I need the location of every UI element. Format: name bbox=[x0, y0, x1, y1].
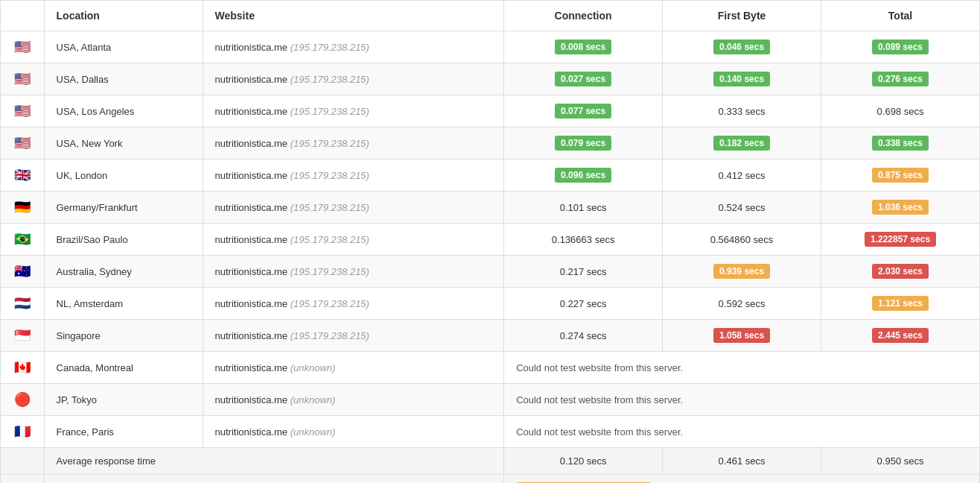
flag-cell: 🇦🇺 bbox=[1, 256, 45, 288]
location-cell: Brazil/Sao Paulo bbox=[44, 224, 203, 256]
website-cell: nutritionistica.me (195.179.238.215) bbox=[203, 288, 504, 320]
total-cell: 0.875 secs bbox=[821, 160, 980, 192]
location-cell: NL, Amsterdam bbox=[44, 288, 203, 320]
website-domain: nutritionistica.me bbox=[215, 394, 290, 405]
col-header-connection: Connection bbox=[504, 1, 663, 31]
flag-cell: 🔴 bbox=[1, 384, 45, 416]
website-ip: (195.179.238.215) bbox=[290, 170, 369, 181]
error-message: Could not test website from this server. bbox=[516, 362, 683, 373]
website-ip: (195.179.238.215) bbox=[290, 330, 369, 341]
location-cell: Germany/Frankfurt bbox=[44, 192, 203, 224]
avg-label-cell: Average response time bbox=[44, 448, 504, 475]
table-row: 🇦🇺Australia, Sydneynutritionistica.me (1… bbox=[1, 256, 980, 288]
total-badge: 2.445 secs bbox=[872, 328, 929, 343]
website-ip: (unknown) bbox=[290, 362, 336, 373]
flag-cell: 🇩🇪 bbox=[1, 192, 45, 224]
firstbyte-cell: 0.564860 secs bbox=[663, 224, 821, 256]
total-badge: 1.036 secs bbox=[872, 200, 929, 215]
flag-cell: 🇺🇸 bbox=[1, 95, 45, 127]
col-header-firstbyte: First Byte bbox=[663, 1, 821, 31]
website-cell: nutritionistica.me (195.179.238.215) bbox=[203, 320, 504, 352]
website-cell: nutritionistica.me (195.179.238.215) bbox=[203, 127, 504, 160]
website-domain: nutritionistica.me bbox=[215, 298, 290, 309]
flag-cell: 🇳🇱 bbox=[1, 288, 45, 320]
total-cell: 0.338 secs bbox=[821, 127, 980, 160]
website-cell: nutritionistica.me (195.179.238.215) bbox=[203, 224, 504, 256]
website-ip: (195.179.238.215) bbox=[290, 106, 369, 117]
total-cell: 0.698 secs bbox=[821, 95, 980, 127]
table-row: 🔴JP, Tokyonutritionistica.me (unknown)Co… bbox=[1, 384, 980, 416]
flag-cell: 🇧🇷 bbox=[1, 224, 45, 256]
firstbyte-cell: 0.140 secs bbox=[663, 63, 821, 95]
total-cell: 1.036 secs bbox=[821, 192, 980, 224]
avg-total-cell: 0.950 secs bbox=[821, 448, 980, 475]
firstbyte-badge: 0.140 secs bbox=[713, 72, 770, 86]
flag-cell: 🇺🇸 bbox=[1, 31, 45, 63]
table-row: 🇺🇸USA, New Yorknutritionistica.me (195.1… bbox=[1, 127, 980, 160]
website-cell: nutritionistica.me (195.179.238.215) bbox=[203, 31, 504, 63]
connection-cell: 0.008 secs bbox=[504, 31, 663, 63]
connection-cell: 0.227 secs bbox=[504, 288, 663, 320]
firstbyte-cell: 0.046 secs bbox=[663, 31, 821, 63]
firstbyte-badge: 0.182 secs bbox=[713, 136, 770, 151]
table-row: 🇫🇷France, Parisnutritionistica.me (unkno… bbox=[1, 416, 980, 448]
grade-badge-cell: PERFORMANCE GRADE: B bbox=[504, 475, 980, 484]
website-domain: nutritionistica.me bbox=[215, 106, 290, 117]
avg-connection-cell: 0.120 secs bbox=[504, 448, 663, 475]
website-cell: nutritionistica.me (195.179.238.215) bbox=[203, 256, 504, 288]
website-domain: nutritionistica.me bbox=[215, 234, 290, 245]
table-row: 🇺🇸USA, Dallasnutritionistica.me (195.179… bbox=[1, 63, 980, 95]
connection-cell: 0.274 secs bbox=[504, 320, 663, 352]
connection-badge: 0.079 secs bbox=[555, 136, 611, 151]
location-cell: Australia, Sydney bbox=[44, 256, 203, 288]
error-message: Could not test website from this server. bbox=[516, 426, 683, 438]
total-cell: 2.445 secs bbox=[821, 320, 980, 352]
flag-cell: 🇫🇷 bbox=[1, 416, 45, 448]
firstbyte-badge: 0.939 secs bbox=[713, 264, 770, 279]
table-row: 🇺🇸USA, Atlantanutritionistica.me (195.17… bbox=[1, 31, 980, 63]
website-cell: nutritionistica.me (unknown) bbox=[203, 384, 504, 416]
total-badge: 2.030 secs bbox=[872, 264, 929, 279]
website-domain: nutritionistica.me bbox=[215, 426, 290, 438]
website-domain: nutritionistica.me bbox=[215, 138, 290, 149]
website-domain: nutritionistica.me bbox=[215, 42, 290, 53]
total-cell: 0.089 secs bbox=[821, 31, 980, 63]
website-ip: (195.179.238.215) bbox=[290, 138, 369, 149]
table-row: 🇬🇧UK, Londonnutritionistica.me (195.179.… bbox=[1, 160, 980, 192]
table-row: 🇳🇱NL, Amsterdamnutritionistica.me (195.1… bbox=[1, 288, 980, 320]
table-row: 🇸🇬Singaporenutritionistica.me (195.179.2… bbox=[1, 320, 980, 352]
total-badge: 0.875 secs bbox=[872, 168, 929, 183]
firstbyte-cell: 0.939 secs bbox=[663, 256, 821, 288]
website-ip: (unknown) bbox=[290, 426, 336, 438]
error-message: Could not test website from this server. bbox=[516, 394, 683, 405]
firstbyte-cell: 0.182 secs bbox=[663, 127, 821, 160]
avg-firstbyte-cell: 0.461 secs bbox=[663, 448, 821, 475]
flag-cell: 🇸🇬 bbox=[1, 320, 45, 352]
col-header-location: Location bbox=[44, 1, 203, 31]
website-ip: (195.179.238.215) bbox=[290, 266, 369, 277]
website-domain: nutritionistica.me bbox=[215, 266, 290, 277]
connection-cell: 0.027 secs bbox=[504, 63, 663, 95]
total-badge: 0.089 secs bbox=[872, 40, 929, 54]
firstbyte-badge: 1.058 secs bbox=[713, 328, 770, 343]
connection-badge: 0.077 secs bbox=[555, 104, 611, 119]
firstbyte-badge: 0.046 secs bbox=[713, 40, 770, 54]
col-header-website: Website bbox=[203, 1, 504, 31]
website-ip: (195.179.238.215) bbox=[290, 74, 369, 85]
website-cell: nutritionistica.me (unknown) bbox=[203, 352, 504, 384]
performance-table: Location Website Connection First Byte T… bbox=[0, 0, 980, 483]
total-badge: 1.222857 secs bbox=[865, 232, 936, 247]
col-header-total: Total bbox=[821, 1, 980, 31]
avg-flag-cell bbox=[1, 448, 45, 475]
firstbyte-cell: 0.333 secs bbox=[663, 95, 821, 127]
connection-cell: 0.101 secs bbox=[504, 192, 663, 224]
flag-cell: 🇨🇦 bbox=[1, 352, 45, 384]
total-badge: 0.338 secs bbox=[872, 136, 929, 151]
website-domain: nutritionistica.me bbox=[215, 74, 290, 85]
website-ip: (195.179.238.215) bbox=[290, 202, 369, 213]
total-cell: 1.222857 secs bbox=[821, 224, 980, 256]
flag-cell: 🇺🇸 bbox=[1, 127, 45, 160]
connection-cell: 0.079 secs bbox=[504, 127, 663, 160]
website-ip: (195.179.238.215) bbox=[290, 42, 369, 53]
location-cell: USA, Atlanta bbox=[44, 31, 203, 63]
